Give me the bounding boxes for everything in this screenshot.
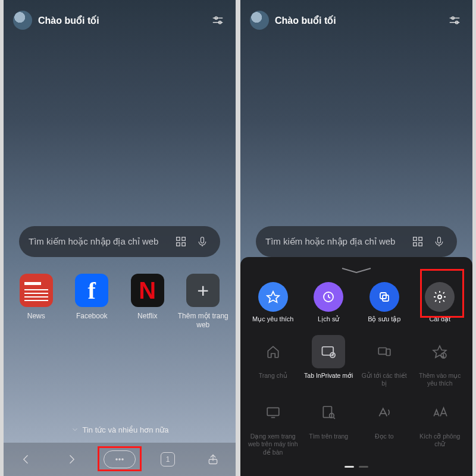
shortcut-label: Thêm một trang web [177, 312, 229, 330]
menu-label: Đọc to [375, 433, 394, 440]
share-button[interactable] [200, 449, 226, 470]
qr-scan-icon[interactable] [409, 233, 426, 250]
menu-settings[interactable]: Cài đặt [414, 282, 465, 323]
menu-add-favorite[interactable]: Thêm vào mục yêu thích [414, 335, 465, 387]
avatar[interactable] [13, 11, 32, 30]
menu-label: Gửi tới các thiết bị [359, 372, 410, 387]
star-icon [258, 282, 288, 312]
overflow-menu-sheet: Mục yêu thích Lịch sử Bộ sưu tập Cài đặt… [240, 257, 472, 476]
menu-read-aloud[interactable]: Đọc to [359, 396, 410, 456]
shortcut-add[interactable]: + Thêm một trang web [177, 274, 229, 330]
font-size-icon [423, 396, 456, 429]
shortcut-netflix[interactable]: N Netflix [121, 274, 174, 330]
menu-grid-row-2: Dạng xem trang web trên máy tính để bàn … [240, 387, 472, 456]
svg-rect-6 [177, 243, 180, 246]
svg-rect-20 [414, 243, 417, 246]
menu-label: Tìm trên trang [309, 433, 348, 440]
menu-collections[interactable]: Bộ sưu tập [359, 282, 410, 323]
svg-marker-33 [433, 346, 446, 358]
svg-point-12 [122, 459, 123, 460]
svg-rect-37 [324, 407, 332, 418]
shortcut-label: News [27, 312, 45, 321]
menu-desktop-site[interactable]: Dạng xem trang web trên máy tính để bàn [248, 396, 299, 456]
menu-grid-row-1: Trang chủ Tab InPrivate mới Gửi tới các … [240, 327, 472, 387]
svg-rect-5 [182, 237, 186, 241]
svg-marker-24 [267, 292, 279, 302]
search-bar[interactable]: Tìm kiếm hoặc nhập địa chỉ web [256, 226, 457, 257]
shortcut-facebook[interactable]: f Facebook [65, 274, 118, 330]
settings-sliders-icon[interactable] [446, 12, 463, 29]
menu-top-row: Mục yêu thích Lịch sử Bộ sưu tập Cài đặt [240, 277, 472, 327]
read-aloud-icon [368, 396, 401, 429]
devices-icon [368, 335, 401, 368]
bottom-nav: 1 [4, 443, 236, 476]
menu-favorites[interactable]: Mục yêu thích [248, 282, 299, 323]
settings-sliders-icon[interactable] [209, 12, 226, 29]
search-bar[interactable]: Tìm kiếm hoặc nhập địa chỉ web [19, 226, 220, 257]
shortcut-label: Netflix [137, 312, 157, 321]
page-dot [359, 466, 368, 468]
menu-label: Bộ sưu tập [368, 315, 400, 323]
svg-line-39 [334, 418, 335, 419]
svg-rect-35 [267, 408, 279, 416]
menu-label: Trang chủ [259, 372, 287, 380]
svg-point-28 [438, 295, 441, 299]
page-dot-active [345, 466, 354, 468]
forward-button[interactable] [58, 449, 84, 470]
tab-count: 1 [161, 452, 175, 466]
svg-rect-18 [414, 237, 417, 241]
desktop-icon [256, 396, 290, 429]
quick-links-row: News f Facebook N Netflix + Thêm một tra… [4, 274, 236, 330]
svg-rect-31 [378, 348, 386, 355]
svg-rect-19 [419, 237, 422, 241]
menu-label: Mục yêu thích [252, 315, 293, 323]
menu-history[interactable]: Lịch sử [303, 282, 354, 323]
header: Chào buổi tối [240, 0, 472, 30]
shortcut-news[interactable]: News [10, 274, 62, 330]
sheet-pager [240, 466, 472, 468]
inprivate-icon [312, 335, 345, 368]
tabs-button[interactable]: 1 [155, 449, 181, 470]
menu-home[interactable]: Trang chủ [248, 335, 299, 387]
menu-label: Tab InPrivate mới [304, 372, 353, 380]
svg-rect-7 [182, 243, 186, 246]
svg-point-10 [116, 459, 117, 460]
microphone-icon[interactable] [194, 233, 211, 250]
svg-rect-4 [177, 237, 180, 241]
shortcut-label: Facebook [76, 312, 108, 321]
svg-rect-22 [438, 237, 441, 243]
menu-label: Lịch sử [318, 315, 339, 323]
header: Chào buổi tối [4, 0, 236, 30]
greeting-text: Chào buổi tối [38, 15, 209, 26]
menu-find-on-page[interactable]: Tìm trên trang [303, 396, 354, 456]
qr-scan-icon[interactable] [173, 233, 189, 250]
browser-home-screen: Chào buổi tối Tìm kiếm hoặc nhập địa chỉ… [4, 0, 236, 476]
greeting-text: Chào buổi tối [275, 15, 446, 26]
netflix-icon: N [131, 274, 164, 307]
history-icon [314, 282, 343, 312]
menu-label: Kích cỡ phông chữ [414, 433, 465, 448]
find-icon [312, 396, 345, 429]
menu-font-size[interactable]: Kích cỡ phông chữ [414, 396, 465, 456]
menu-send-devices[interactable]: Gửi tới các thiết bị [359, 335, 410, 387]
overflow-menu-button[interactable] [104, 450, 136, 468]
teaser-label: Tin tức và nhiều hơn nữa [83, 425, 169, 434]
svg-rect-21 [419, 243, 422, 246]
star-add-icon [423, 335, 456, 368]
news-feed-teaser[interactable]: Tin tức và nhiều hơn nữa [4, 425, 236, 434]
avatar[interactable] [250, 11, 269, 30]
collection-icon [369, 282, 399, 312]
menu-inprivate-tab[interactable]: Tab InPrivate mới [303, 335, 354, 387]
sheet-grabber[interactable] [336, 264, 377, 277]
microphone-icon[interactable] [431, 233, 447, 250]
facebook-icon: f [75, 274, 108, 307]
search-placeholder: Tìm kiếm hoặc nhập địa chỉ web [265, 236, 405, 247]
plus-icon: + [186, 274, 220, 307]
back-button[interactable] [13, 449, 39, 470]
menu-label: Dạng xem trang web trên máy tính để bàn [248, 433, 299, 456]
svg-rect-32 [386, 349, 390, 356]
svg-point-11 [119, 459, 120, 460]
menu-label: Cài đặt [429, 315, 450, 323]
news-icon [20, 274, 53, 307]
menu-label: Thêm vào mục yêu thích [414, 372, 465, 387]
